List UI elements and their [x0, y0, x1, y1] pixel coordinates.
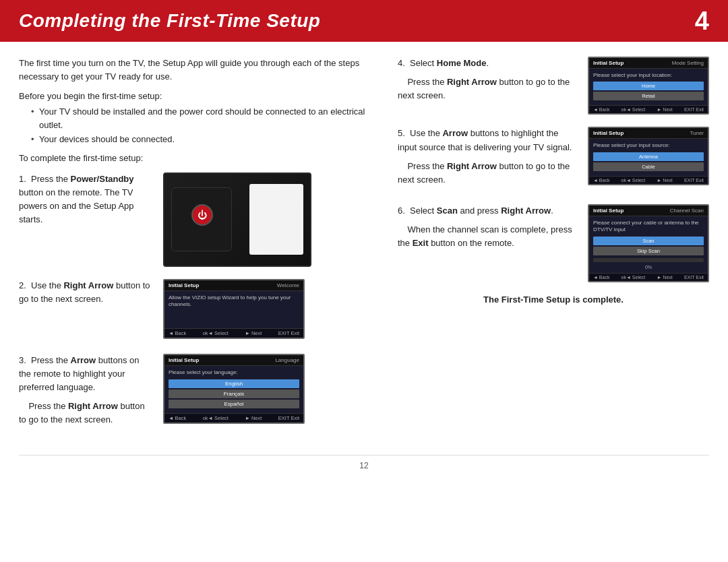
step-5-paragraph2: Press the Right Arrow button to go to th…: [398, 160, 578, 187]
left-column: The first time you turn on the TV, the S…: [19, 57, 376, 443]
screen-footer-welcome: ◄ Back ok◄ Select ► Next EXIT Exit: [164, 328, 303, 338]
step-1-image: ⏻: [163, 173, 376, 271]
step-6-paragraph: 6. Select Scan and press Right Arrow.: [398, 204, 578, 218]
screen-desc-language: Please select your language:: [169, 369, 299, 376]
screen-footer-language: ◄ Back ok◄ Select ► Next EXIT Exit: [164, 413, 303, 423]
screen-desc-tuner: Please select your input source:: [593, 142, 704, 149]
step-6: 6. Select Scan and press Right Arrow. Wh…: [398, 204, 709, 282]
option-antenna: Antenna: [593, 152, 704, 161]
step-1-number: 1. Press the: [19, 174, 71, 184]
step-3: 3. Press the Arrow buttons on the remote…: [19, 354, 376, 433]
step-4-image: Initial Setup Mode Setting Please select…: [588, 57, 709, 115]
setup-screen-channel-scan: Initial Setup Channel Scan Please connec…: [588, 204, 709, 282]
step-1-paragraph: 1. Press the Power/Standby button on the…: [19, 173, 154, 227]
screen-header-scan: Initial Setup Channel Scan: [589, 206, 708, 216]
screen-footer-scan: ◄ Back ok◄ Select ► Next EXIT Exit: [589, 273, 708, 281]
page-number-badge: 4: [695, 8, 709, 34]
option-home: Home: [593, 82, 704, 90]
step-6-paragraph2: When the channel scan is complete, press…: [398, 223, 578, 250]
option-skip-scan: Skip Scan: [593, 247, 704, 255]
step-4-paragraph: 4. Select Home Mode.: [398, 57, 578, 70]
right-column: 4. Select Home Mode. Press the Right Arr…: [398, 57, 709, 443]
step-1: 1. Press the Power/Standby button on the…: [19, 173, 376, 271]
option-french: Français: [169, 389, 299, 398]
screen-desc-scan: Please connect your cable or antenna to …: [593, 220, 704, 234]
screen-footer-tuner: ◄ Back ok◄ Select ► Next EXIT Exit: [589, 176, 708, 184]
step-2-image: Initial Setup Welcome Allow the VIZIO se…: [163, 279, 376, 343]
step-3-paragraph2: Press the Right Arrow button to go to th…: [19, 400, 154, 427]
step-6-image: Initial Setup Channel Scan Please connec…: [588, 204, 709, 282]
page-title: Completing the First-Time Setup: [19, 10, 320, 32]
option-spanish: Español: [169, 400, 299, 408]
step-5-text: 5. Use the Arrow buttons to highlight th…: [398, 127, 578, 192]
screen-footer-mode: ◄ Back ok◄ Select ► Next EXIT Exit: [589, 105, 708, 113]
option-scan: Scan: [593, 237, 704, 245]
screen-body-mode: Please select your input location: Home …: [589, 69, 708, 105]
completion-text: The First-Time Setup is complete.: [398, 294, 709, 305]
step-2: 2. Use the Right Arrow button to go to t…: [19, 279, 376, 343]
step-2-text: 2. Use the Right Arrow button to go to t…: [19, 279, 154, 311]
screen-subtitle-mode: Mode Setting: [672, 60, 704, 66]
screen-desc-mode: Please select your input location:: [593, 72, 704, 79]
screen-title-welcome: Initial Setup: [169, 282, 199, 288]
step-4-text: 4. Select Home Mode. Press the Right Arr…: [398, 57, 578, 108]
step-5-paragraph: 5. Use the Arrow buttons to highlight th…: [398, 127, 578, 154]
bullet-item: Your devices should be connected.: [31, 133, 376, 146]
step-3-paragraph: 3. Press the Arrow buttons on the remote…: [19, 354, 154, 394]
bullet-item: Your TV should be installed and the powe…: [31, 105, 376, 131]
step-1-bold: Power/Standby: [71, 174, 134, 184]
screen-header-tuner: Initial Setup Tuner: [589, 128, 708, 139]
screen-body-welcome: Allow the VIZIO setup Wizard to help you…: [164, 291, 303, 328]
option-cable: Cable: [593, 162, 704, 171]
screen-body-tuner: Please select your input source: Antenna…: [589, 139, 708, 175]
screen-desc-welcome: Allow the VIZIO setup Wizard to help you…: [169, 294, 299, 309]
setup-screen-language: Initial Setup Language Please select you…: [163, 354, 305, 424]
scan-progress-bar: [593, 258, 704, 262]
setup-screen-tuner: Initial Setup Tuner Please select your i…: [588, 127, 709, 185]
screen-body-scan: Please connect your cable or antenna to …: [589, 216, 708, 273]
page-number-footer: 12: [0, 456, 728, 480]
setup-screen-mode: Initial Setup Mode Setting Please select…: [588, 57, 709, 115]
screen-body-language: Please select your language: English Fra…: [164, 366, 303, 413]
screen-subtitle-tuner: Tuner: [690, 130, 704, 136]
screen-title-mode: Initial Setup: [593, 60, 624, 66]
step-3-image: Initial Setup Language Please select you…: [163, 354, 376, 428]
main-content: The first time you turn on the TV, the S…: [0, 42, 728, 455]
step-5-image: Initial Setup Tuner Please select your i…: [588, 127, 709, 185]
option-retail: Retail: [593, 92, 704, 100]
step-6-text: 6. Select Scan and press Right Arrow. Wh…: [398, 204, 578, 255]
power-button-icon: ⏻: [191, 204, 213, 226]
step-3-text: 3. Press the Arrow buttons on the remote…: [19, 354, 154, 433]
remote-image: ⏻: [163, 173, 311, 267]
setup-screen-welcome: Initial Setup Welcome Allow the VIZIO se…: [163, 279, 305, 339]
screen-title-scan: Initial Setup: [593, 208, 624, 214]
screen-header-language: Initial Setup Language: [164, 355, 303, 366]
complete-label: To complete the first-time setup:: [19, 153, 376, 163]
screen-header-welcome: Initial Setup Welcome: [164, 280, 303, 291]
step-5: 5. Use the Arrow buttons to highlight th…: [398, 127, 709, 192]
screen-mode-welcome: Welcome: [277, 282, 299, 288]
screen-mode-language: Language: [275, 357, 299, 363]
screen-title-tuner: Initial Setup: [593, 130, 624, 136]
screen-title-language: Initial Setup: [169, 357, 199, 363]
step-4: 4. Select Home Mode. Press the Right Arr…: [398, 57, 709, 115]
before-label: Before you begin the first-time setup:: [19, 91, 376, 101]
intro-line1: The first time you turn on the TV, the S…: [19, 57, 376, 83]
step-2-paragraph: 2. Use the Right Arrow button to go to t…: [19, 279, 154, 306]
bullet-list: Your TV should be installed and the powe…: [31, 105, 376, 146]
step-4-paragraph2: Press the Right Arrow button to go to th…: [398, 75, 578, 102]
scan-progress-text: 0%: [593, 265, 704, 270]
option-english: English: [169, 379, 299, 388]
page-header: Completing the First-Time Setup 4: [0, 0, 728, 42]
step-1-text: 1. Press the Power/Standby button on the…: [19, 173, 154, 232]
screen-header-mode: Initial Setup Mode Setting: [589, 58, 708, 69]
screen-subtitle-scan: Channel Scan: [670, 208, 704, 214]
